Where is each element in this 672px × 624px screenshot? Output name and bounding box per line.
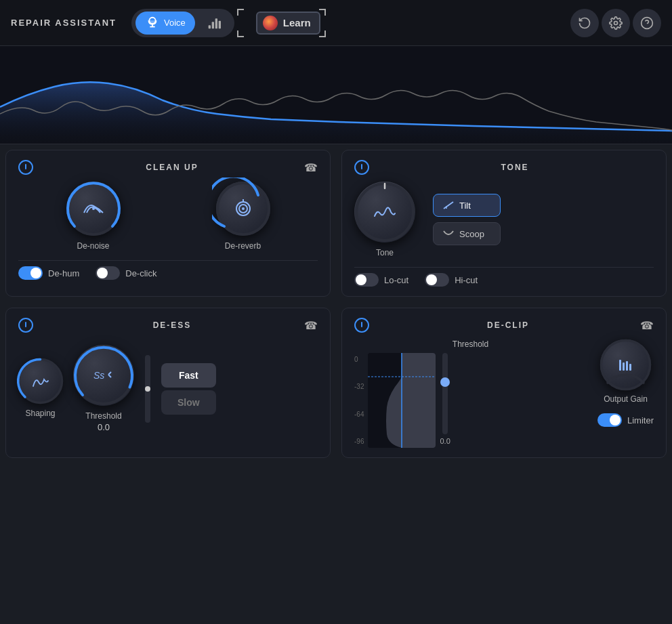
shaping-label: Shaping [25,409,55,418]
bottom-panels: DE-ESS ☎ Shaping [0,302,672,463]
limiter-thumb [610,415,621,425]
deess-threshold-knob-wrap: Ss Threshold 0.0 [73,345,134,432]
svg-point-11 [92,207,95,210]
scoop-icon [443,228,454,239]
declip-ear-icon[interactable]: ☎ [640,319,654,332]
dereverb-knob[interactable] [216,182,270,236]
svg-point-15 [242,207,245,210]
settings-button[interactable] [602,9,630,37]
deess-slider-wrap [145,348,150,430]
bars-mode-button[interactable] [198,12,230,34]
cleanup-panel: CLEAN UP ☎ [5,150,331,297]
svg-text:Ss: Ss [93,370,104,381]
denoise-knob-inner [66,182,121,236]
bracket-tr [319,9,326,16]
declip-title: DE-CLIP [376,320,640,330]
deess-controls: Shaping Ss Thres [18,339,318,438]
learn-label: Learn [283,17,311,28]
tone-icon [373,203,396,222]
dehum-toggle[interactable] [18,266,43,280]
declip-power-button[interactable] [354,318,369,333]
denoise-label: De-noise [77,241,109,251]
output-gain-knob[interactable] [600,339,651,390]
svg-rect-5 [215,18,217,28]
declip-right: Output Gain Limiter [597,339,654,427]
voice-mode-label: Voice [164,18,186,28]
svg-point-7 [614,21,618,24]
deess-threshold-knob[interactable]: Ss [73,345,134,406]
dehum-thumb [30,268,41,278]
header: REPAIR ASSISTANT Voice [0,0,672,46]
tone-toggles: Lo-cut Hi-cut [354,267,654,287]
shaping-knob-inner [18,359,62,403]
svg-rect-29 [626,361,628,371]
limiter-label: Limiter [627,415,654,425]
bars-icon [207,16,221,30]
loop-icon [578,16,591,30]
dehum-toggle-item: De-hum [18,266,79,280]
svg-rect-30 [629,364,631,371]
help-icon [640,16,654,30]
declip-slider-thumb [440,377,450,387]
limiter-toggle[interactable] [597,413,622,427]
hicut-thumb [426,274,437,285]
deess-power-button[interactable] [18,318,33,333]
waveform-display [0,46,672,144]
svg-rect-27 [619,360,621,371]
fast-button[interactable]: Fast [161,363,216,388]
shaping-knob[interactable] [18,359,62,403]
tone-title: TONE [376,163,654,172]
deess-threshold-inner: Ss [73,345,134,406]
deess-header: DE-ESS ☎ [18,318,318,333]
app-title: REPAIR ASSISTANT [11,18,117,28]
dereverb-label: De-reverb [225,241,261,251]
help-button[interactable] [633,9,661,37]
declip-visual-row: 0 -32 -64 -96 [354,353,587,448]
threshold-label: Threshold [354,339,587,349]
denoise-knob-wrap: De-noise [66,182,121,251]
hicut-toggle[interactable] [425,273,449,287]
bracket-bl [237,30,244,37]
denoise-icon [83,201,104,217]
deess-threshold-label: Threshold [85,411,121,421]
cleanup-ear-icon[interactable]: ☎ [304,161,318,174]
y-96: -96 [354,438,364,445]
y-64: -64 [354,411,364,418]
deess-icon: Ss [92,365,115,386]
declip-content: Threshold 0 -32 -64 -96 [354,339,654,448]
learn-button[interactable]: Learn [256,12,320,35]
header-icons [570,9,661,37]
bracket-br [319,30,326,37]
slow-button[interactable]: Slow [161,390,216,415]
tone-power-button[interactable] [354,160,369,175]
tilt-button[interactable]: Tilt [433,194,501,217]
learn-bracket: Learn [243,12,320,35]
svg-rect-3 [208,25,210,28]
dereverb-knob-inner [216,182,270,236]
bracket-tl [237,9,244,16]
declick-thumb [97,268,108,278]
declick-toggle[interactable] [96,266,120,280]
tone-panel: TONE Tone [341,150,667,297]
deess-slider-thumb [145,386,150,392]
scoop-button[interactable]: Scoop [433,222,501,245]
output-icon [616,357,635,373]
denoise-knob[interactable] [66,182,121,236]
loop-button[interactable] [570,9,599,37]
cleanup-header: CLEAN UP ☎ [18,160,318,175]
deess-ear-icon[interactable]: ☎ [304,319,318,332]
locut-toggle[interactable] [354,273,379,287]
deess-title: DE-ESS [40,320,304,330]
locut-thumb [356,274,366,285]
tone-knob[interactable] [354,182,415,243]
declip-slider-track[interactable] [442,353,448,434]
tone-knob-inner [354,182,415,243]
declip-left: Threshold 0 -32 -64 -96 [354,339,587,448]
tone-main: Tone Tilt Scoop [354,182,654,257]
cleanup-power-button[interactable] [18,160,33,175]
voice-mode-button[interactable]: Voice [135,12,195,35]
limiter-row: Limiter [597,413,654,427]
voice-icon [145,16,160,30]
waveform-svg [0,46,672,144]
deess-slider[interactable] [145,355,150,423]
